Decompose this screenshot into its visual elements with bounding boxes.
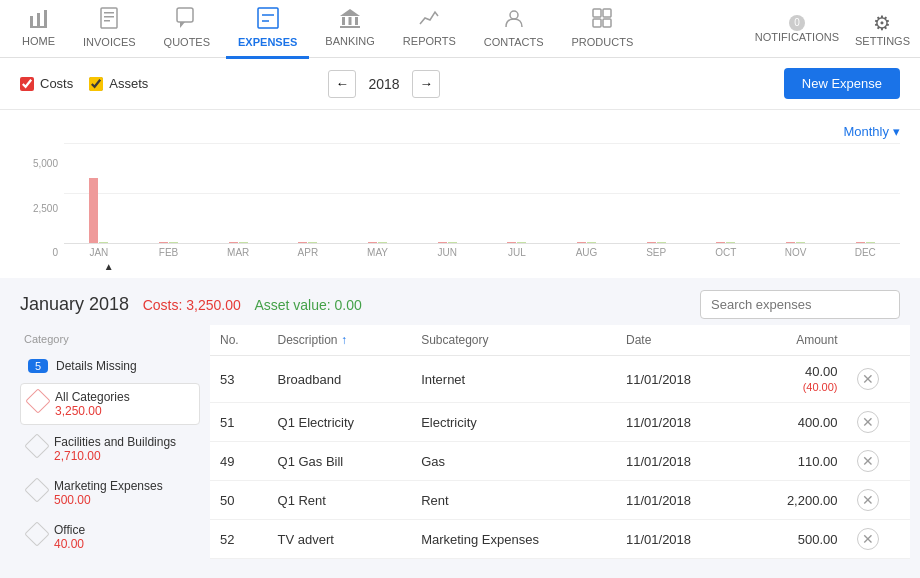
cell-date: 11/01/2018: [616, 520, 743, 559]
cell-subcategory: Marketing Expenses: [411, 520, 616, 559]
cost-bar-dec: [856, 242, 865, 243]
section-assets: Asset value: 0.00: [254, 297, 361, 313]
bar-group-oct: [691, 242, 761, 243]
svg-rect-17: [340, 26, 360, 28]
cat-details-missing-name: Details Missing: [56, 359, 137, 373]
invoices-icon: [99, 7, 119, 34]
cell-description: TV advert: [268, 520, 412, 559]
amount-value: 400.00: [798, 415, 838, 430]
costs-checkbox[interactable]: [20, 77, 34, 91]
delete-button[interactable]: ✕: [857, 489, 879, 511]
asset-bar-aug: [587, 242, 596, 243]
col-date: Date: [616, 325, 743, 356]
cell-no: 50: [210, 481, 268, 520]
cat-marketing-amount: 500.00: [54, 493, 163, 507]
cell-description: Broadband: [268, 356, 412, 403]
nav-contacts[interactable]: CONTACTS: [472, 0, 556, 59]
new-expense-button[interactable]: New Expense: [784, 68, 900, 99]
settings-button[interactable]: ⚙ SETTINGS: [855, 11, 910, 47]
month-label-feb: FEB: [134, 247, 204, 258]
notifications-button[interactable]: 0 NOTIFICATIONS: [755, 15, 839, 43]
cat-facilities-info: Facilities and Buildings 2,710.00: [54, 435, 176, 463]
cost-bar-jun: [438, 242, 447, 243]
cat-all-categories[interactable]: All Categories 3,250.00: [20, 383, 200, 425]
bar-group-jun: [412, 242, 482, 243]
month-label-oct: OCT: [691, 247, 761, 258]
nav-products-label: PRODUCTS: [572, 36, 634, 48]
nav-reports[interactable]: REPORTS: [391, 0, 468, 58]
assets-checkbox-label[interactable]: Assets: [89, 76, 148, 91]
svg-marker-9: [180, 22, 185, 28]
nav-invoices[interactable]: INVOICES: [71, 0, 148, 59]
settings-icon: ⚙: [873, 11, 891, 35]
cat-facilities[interactable]: Facilities and Buildings 2,710.00: [20, 429, 200, 469]
assets-checkbox[interactable]: [89, 77, 103, 91]
cell-date: 11/01/2018: [616, 442, 743, 481]
month-label-jul: JUL: [482, 247, 552, 258]
dropdown-icon: ▾: [893, 124, 900, 139]
delete-button[interactable]: ✕: [857, 368, 879, 390]
costs-checkbox-label[interactable]: Costs: [20, 76, 73, 91]
cat-all-amount: 3,250.00: [55, 404, 130, 418]
bottom-layout: Category 5 Details Missing All Categorie…: [0, 325, 920, 578]
nav-reports-label: REPORTS: [403, 35, 456, 47]
cat-marketing-diamond: [24, 477, 49, 502]
cat-office-info: Office 40.00: [54, 523, 85, 551]
settings-label: SETTINGS: [855, 35, 910, 47]
col-subcategory: Subcategory: [411, 325, 616, 356]
category-header: Category: [20, 333, 200, 345]
search-input[interactable]: [700, 290, 900, 319]
bar-group-sep: [621, 242, 691, 243]
year-prev-button[interactable]: ←: [328, 70, 356, 98]
contacts-icon: [503, 7, 525, 34]
cost-bar-may: [368, 242, 377, 243]
nav-banking[interactable]: BANKING: [313, 0, 387, 58]
asset-bar-dec: [866, 242, 875, 243]
delete-button[interactable]: ✕: [857, 411, 879, 433]
cat-all-diamond: [25, 388, 50, 413]
cat-all-name: All Categories: [55, 390, 130, 404]
delete-button[interactable]: ✕: [857, 450, 879, 472]
monthly-select[interactable]: Monthly ▾: [843, 124, 900, 139]
chart-area: Monthly ▾ 5,000 2,500 0 JANFEBMARAPRMAYJ…: [0, 110, 920, 278]
bars-container: JANFEBMARAPRMAYJUNJULAUGSEPOCTNOVDEC ▲: [64, 143, 900, 258]
cost-bar-jan: [89, 178, 98, 243]
cost-bar-apr: [298, 242, 307, 243]
cat-marketing[interactable]: Marketing Expenses 500.00: [20, 473, 200, 513]
expense-table: No. Description ↑ Subcategory Date Amoun…: [210, 325, 910, 559]
asset-bar-oct: [726, 242, 735, 243]
asset-bar-sep: [657, 242, 666, 243]
month-label-sep: SEP: [621, 247, 691, 258]
cell-subcategory: Electricity: [411, 403, 616, 442]
expense-tbody: 53 Broadband Internet 11/01/2018 40.00 (…: [210, 356, 910, 559]
svg-rect-1: [37, 13, 40, 28]
nav-banking-label: BANKING: [325, 35, 375, 47]
cost-bar-feb: [159, 242, 168, 243]
asset-bar-jun: [448, 242, 457, 243]
cat-office-name: Office: [54, 523, 85, 537]
cat-marketing-info: Marketing Expenses 500.00: [54, 479, 163, 507]
bar-group-feb: [134, 242, 204, 243]
year-next-button[interactable]: →: [412, 70, 440, 98]
cell-amount: 2,200.00: [743, 481, 848, 520]
cat-facilities-name: Facilities and Buildings: [54, 435, 176, 449]
reports-icon: [418, 8, 440, 33]
nav-expenses[interactable]: EXPENSES: [226, 0, 309, 59]
month-label-apr: APR: [273, 247, 343, 258]
nav-home[interactable]: HOME: [10, 0, 67, 58]
delete-button[interactable]: ✕: [857, 528, 879, 550]
quotes-icon: [176, 7, 198, 34]
table-header-row: No. Description ↑ Subcategory Date Amoun…: [210, 325, 910, 356]
nav-products[interactable]: PRODUCTS: [560, 0, 646, 59]
year-display: 2018: [364, 76, 404, 92]
cell-description: Q1 Rent: [268, 481, 412, 520]
banking-icon: [339, 8, 361, 33]
bar-group-may: [343, 242, 413, 243]
cat-details-missing[interactable]: 5 Details Missing: [20, 353, 200, 379]
cell-action: ✕: [847, 403, 910, 442]
col-description[interactable]: Description ↑: [268, 325, 412, 356]
notifications-label: NOTIFICATIONS: [755, 31, 839, 43]
cat-office[interactable]: Office 40.00: [20, 517, 200, 557]
nav-quotes[interactable]: QUOTES: [152, 0, 222, 59]
svg-rect-3: [30, 26, 47, 28]
